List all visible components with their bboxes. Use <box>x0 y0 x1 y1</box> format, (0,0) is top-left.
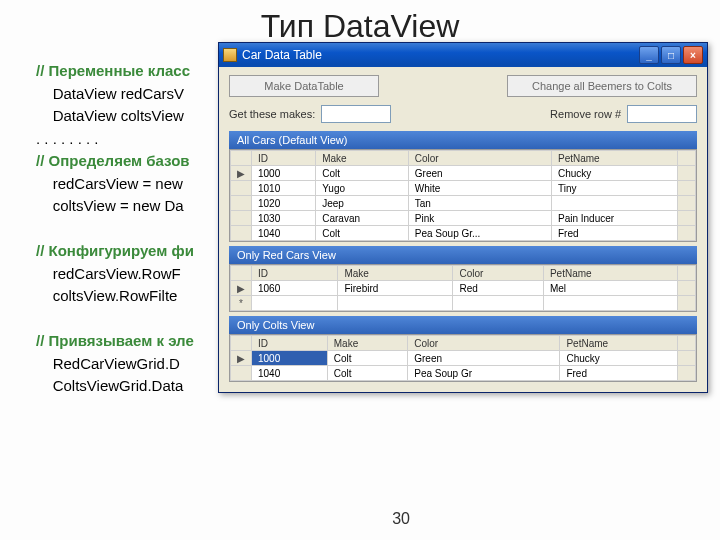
code-line: coltsView = new Da <box>36 197 184 214</box>
col-color[interactable]: Color <box>408 151 551 166</box>
client-area: Make DataTable Change all Beemers to Col… <box>219 67 707 392</box>
code-comment: // Переменные класс <box>36 62 190 79</box>
col-petname[interactable]: PetName <box>543 266 677 281</box>
col-color[interactable]: Color <box>408 336 560 351</box>
titlebar[interactable]: Car Data Table _ □ × <box>219 43 707 67</box>
table-row[interactable]: 1020JeepTan <box>231 196 696 211</box>
table-row[interactable]: ▶1000ColtGreenChucky <box>231 351 696 366</box>
app-window: Car Data Table _ □ × Make DataTable Chan… <box>218 42 708 393</box>
maximize-button[interactable]: □ <box>661 46 681 64</box>
close-button[interactable]: × <box>683 46 703 64</box>
code-comment: // Привязываем к эле <box>36 332 194 349</box>
section-header-red: Only Red Cars View <box>229 246 697 264</box>
col-make[interactable]: Make <box>338 266 453 281</box>
make-datatable-button[interactable]: Make DataTable <box>229 75 379 97</box>
app-icon <box>223 48 237 62</box>
code-line: . . . . . . . . <box>36 130 99 147</box>
table-row[interactable]: 1040ColtPea Soup Gr...Fred <box>231 226 696 241</box>
slide-title: Тип DataView <box>0 8 720 45</box>
remove-row-label: Remove row # <box>550 108 621 120</box>
table-row[interactable]: 1010YugoWhiteTiny <box>231 181 696 196</box>
table-row[interactable]: ▶1000ColtGreenChucky <box>231 166 696 181</box>
col-id[interactable]: ID <box>252 151 316 166</box>
table-row[interactable]: 1030CaravanPinkPain Inducer <box>231 211 696 226</box>
minimize-button[interactable]: _ <box>639 46 659 64</box>
row-header-cell <box>231 151 252 166</box>
code-line: DataView coltsView <box>36 107 184 124</box>
table-row-new[interactable]: * <box>231 296 696 311</box>
table-row[interactable]: 1040ColtPea Soup GrFred <box>231 366 696 381</box>
col-make[interactable]: Make <box>316 151 409 166</box>
code-line: redCarsView = new <box>36 175 183 192</box>
code-line: RedCarViewGrid.D <box>36 355 180 372</box>
page-number: 30 <box>392 510 410 528</box>
grid-colts[interactable]: ID Make Color PetName ▶1000ColtGreenChuc… <box>229 334 697 382</box>
get-makes-input[interactable] <box>321 105 391 123</box>
code-comment: // Конфигурируем фи <box>36 242 194 259</box>
change-beemers-button[interactable]: Change all Beemers to Colts <box>507 75 697 97</box>
get-makes-label: Get these makes: <box>229 108 315 120</box>
col-id[interactable]: ID <box>252 266 338 281</box>
col-petname[interactable]: PetName <box>560 336 678 351</box>
grid-all-cars[interactable]: ID Make Color PetName ▶1000ColtGreenChuc… <box>229 149 697 242</box>
grid-red-cars[interactable]: ID Make Color PetName ▶1060FirebirdRedMe… <box>229 264 697 312</box>
code-comment: // Определяем базов <box>36 152 190 169</box>
col-color[interactable]: Color <box>453 266 543 281</box>
col-make[interactable]: Make <box>327 336 407 351</box>
code-line: ColtsViewGrid.Data <box>36 377 183 394</box>
col-id[interactable]: ID <box>252 336 328 351</box>
code-line: coltsView.RowFilte <box>36 287 177 304</box>
table-row[interactable]: ▶1060FirebirdRedMel <box>231 281 696 296</box>
section-header-all: All Cars (Default View) <box>229 131 697 149</box>
grid-scroll-gutter <box>678 151 696 166</box>
code-line: redCarsView.RowF <box>36 265 181 282</box>
col-petname[interactable]: PetName <box>551 151 677 166</box>
remove-row-input[interactable] <box>627 105 697 123</box>
section-header-colts: Only Colts View <box>229 316 697 334</box>
code-line: DataView redCarsV <box>36 85 184 102</box>
window-title: Car Data Table <box>242 48 639 62</box>
code-block: // Переменные класс DataView redCarsV Da… <box>36 60 194 398</box>
